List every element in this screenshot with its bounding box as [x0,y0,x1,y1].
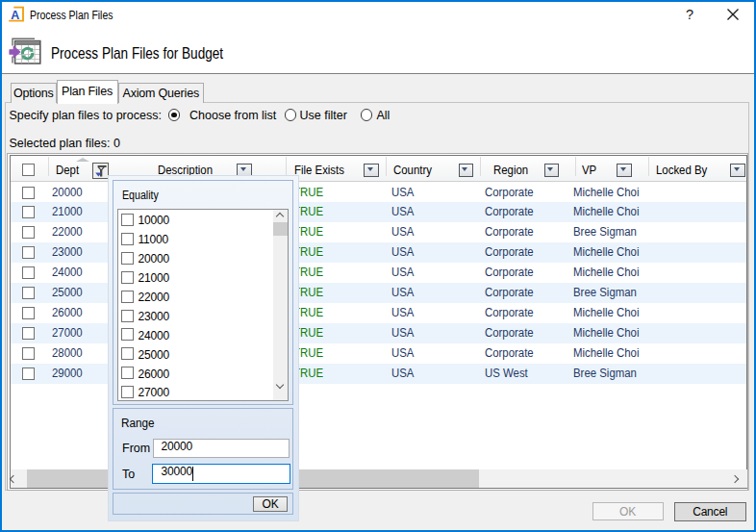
svg-text:A: A [11,9,19,22]
